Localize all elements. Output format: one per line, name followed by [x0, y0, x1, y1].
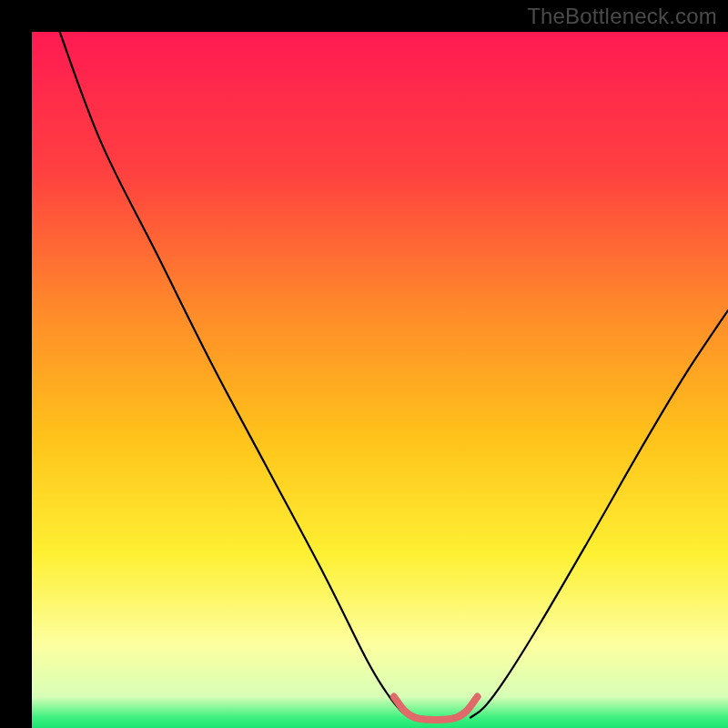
plot-background	[32, 32, 728, 728]
bottleneck-chart	[0, 0, 728, 728]
watermark-text: TheBottleneck.com	[527, 4, 717, 29]
chart-frame: TheBottleneck.com	[0, 0, 728, 728]
